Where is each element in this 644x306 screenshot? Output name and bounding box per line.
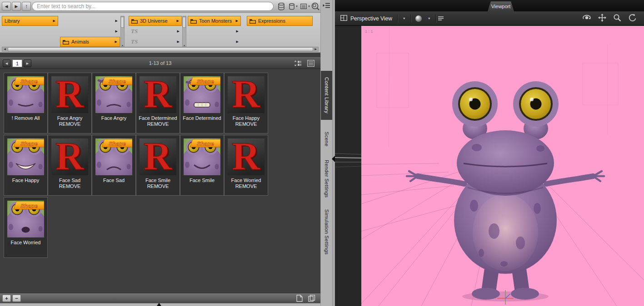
item-label: Face Worried REMOVE <box>225 178 268 189</box>
library-item[interactable]: Shape Face Smile <box>180 135 224 196</box>
pan-icon[interactable] <box>598 14 606 24</box>
library-item[interactable]: Shape Face Angry <box>92 73 136 133</box>
tree-item-hidden-2[interactable]: ▶ <box>60 26 120 36</box>
expand-arrow-icon: ▶ <box>236 19 238 23</box>
item-thumbnail: Shape <box>184 76 220 113</box>
add-button[interactable]: + <box>2 295 11 302</box>
tab-content-library[interactable]: Content Library <box>321 71 333 120</box>
item-thumbnail: Shape <box>184 138 220 175</box>
item-label: Face Sad <box>102 178 126 183</box>
item-thumbnail: RR <box>140 76 176 113</box>
viewport-toolbar: Perspective View ▼ ▼ <box>335 11 644 26</box>
tree-item-expressions[interactable]: Expressions <box>247 16 313 26</box>
list-view-icon[interactable] <box>307 60 315 67</box>
folder-icon <box>131 19 138 24</box>
item-label: Face Happy REMOVE <box>225 115 268 127</box>
draw-options-icon[interactable] <box>438 15 444 23</box>
ts-file-icon: TS <box>131 38 138 45</box>
scroll-right-icon[interactable]: ▶ <box>313 47 318 51</box>
monster-eye-right <box>513 81 559 127</box>
tree-item-ts-1[interactable]: TS▶ <box>129 26 182 36</box>
tree-item-toon-monsters[interactable]: Toon Monsters▶ <box>188 16 241 26</box>
expand-arrow-icon: ▶ <box>236 30 239 33</box>
library-item[interactable]: Shape ! Remove All <box>4 73 48 133</box>
svg-text:R: R <box>55 138 84 175</box>
tree-item-hidden-1[interactable]: ▶ <box>60 16 120 26</box>
item-thumbnail: Shape <box>95 76 132 113</box>
database-icon[interactable] <box>277 2 285 11</box>
rotate-icon[interactable] <box>628 14 637 24</box>
item-thumbnail: Shape <box>7 138 44 175</box>
advanced-search-icon[interactable] <box>311 2 320 11</box>
zoom-icon[interactable] <box>613 14 621 24</box>
search-input[interactable] <box>32 2 274 11</box>
tree-scrollbar-vertical[interactable]: ▼ <box>120 16 125 47</box>
splitter-handle[interactable] <box>157 303 161 306</box>
item-label: Face Angry REMOVE <box>48 115 91 127</box>
item-thumbnail: Shape <box>7 201 44 237</box>
view-selector-caret-icon[interactable]: ▼ <box>399 17 409 20</box>
tab-render-settings[interactable]: Render Settings <box>321 156 333 202</box>
library-item[interactable]: Shape Face Sad <box>92 135 136 196</box>
item-label: Face Smile <box>188 178 216 183</box>
thumb-size-icon[interactable] <box>294 60 302 67</box>
view-selector-label[interactable]: Perspective View <box>350 15 392 22</box>
library-item[interactable]: RR Face Angry REMOVE <box>48 73 92 133</box>
library-item[interactable]: RR Face Determined REMOVE <box>136 73 180 133</box>
pagination-bar: ◀ ▶ 1-13 of 13 <box>0 57 320 69</box>
content-library-panel: ◀ ▶ ↑ ▼ ▼ Library▶ ▶ ▶ <box>0 0 320 306</box>
tree-item-label: Toon Monsters <box>199 18 234 24</box>
item-label: Face Happy <box>11 178 40 183</box>
up-level-button[interactable]: ↑ <box>22 2 31 11</box>
draw-style-caret-icon[interactable]: ▼ <box>424 17 434 20</box>
item-thumbnail: RR <box>228 138 265 175</box>
library-item[interactable]: Shape Face Determined <box>180 73 224 133</box>
duplicate-icon[interactable] <box>308 295 315 304</box>
library-item[interactable]: RR Face Smile REMOVE <box>136 135 180 196</box>
library-item[interactable]: Shape Face Worried <box>4 197 48 258</box>
forward-button[interactable]: ▶ <box>12 2 21 11</box>
svg-text:Shape: Shape <box>20 141 38 147</box>
panel-menu-icon[interactable] <box>323 2 330 10</box>
database-menu-icon[interactable]: ▼ <box>288 2 299 11</box>
tab-scene[interactable]: Scene <box>321 127 333 151</box>
result-range-text: 1-13 of 13 <box>0 60 320 66</box>
file-icon[interactable] <box>296 295 303 304</box>
tree-item-hidden-3[interactable]: ▶ <box>188 26 241 36</box>
orbit-icon[interactable] <box>582 14 591 24</box>
view-options-icon[interactable]: ▼ <box>300 2 311 11</box>
item-thumbnail: RR <box>140 138 176 175</box>
tree-item-label: Expressions <box>258 18 310 24</box>
folder-icon <box>190 19 197 24</box>
tree-item-3d-universe[interactable]: 3D Universe▶ <box>129 16 182 26</box>
tree-item-ts-2[interactable]: TS▶ <box>129 37 182 47</box>
library-item[interactable]: RR Face Sad REMOVE <box>48 135 92 196</box>
separator <box>410 15 411 23</box>
scroll-left-icon[interactable]: ◀ <box>2 47 7 51</box>
pane-layout-icon[interactable] <box>340 15 347 23</box>
svg-text:Shape: Shape <box>20 203 38 209</box>
tab-simulation-settings[interactable]: Simulation Settings <box>321 205 333 259</box>
collapse-panel-handle[interactable] <box>332 156 335 162</box>
camera-tools <box>582 14 639 24</box>
item-label: Face Sad REMOVE <box>48 178 91 189</box>
tree-item-animals[interactable]: Animals▶ <box>60 37 120 47</box>
tree-item-label: Library <box>5 18 51 24</box>
tree-scrollbar-horizontal[interactable]: ◀ ▶ <box>2 47 319 52</box>
library-item[interactable]: RR Face Happy REMOVE <box>224 73 268 133</box>
tree-item-library[interactable]: Library▶ <box>2 16 58 26</box>
remove-button[interactable]: − <box>12 295 21 302</box>
svg-text:Shape: Shape <box>109 141 126 147</box>
viewport-canvas[interactable]: 1 : 1 <box>335 26 644 306</box>
tab-viewport[interactable]: Viewport <box>488 1 514 11</box>
library-toolbar: ◀ ▶ ↑ ▼ ▼ <box>0 0 320 13</box>
expand-arrow-icon: ▶ <box>177 19 179 23</box>
shaded-style-icon[interactable] <box>415 15 422 22</box>
library-item[interactable]: Shape Face Happy <box>4 135 48 196</box>
library-item[interactable]: RR Face Worried REMOVE <box>224 135 268 196</box>
scrollbar-thumb[interactable] <box>8 47 313 51</box>
tree-scrollbar-vertical[interactable]: ▼ <box>182 16 186 47</box>
back-button[interactable]: ◀ <box>2 2 11 11</box>
svg-text:R: R <box>232 138 260 175</box>
tree-item-hidden-4[interactable]: ▶ <box>188 37 241 47</box>
